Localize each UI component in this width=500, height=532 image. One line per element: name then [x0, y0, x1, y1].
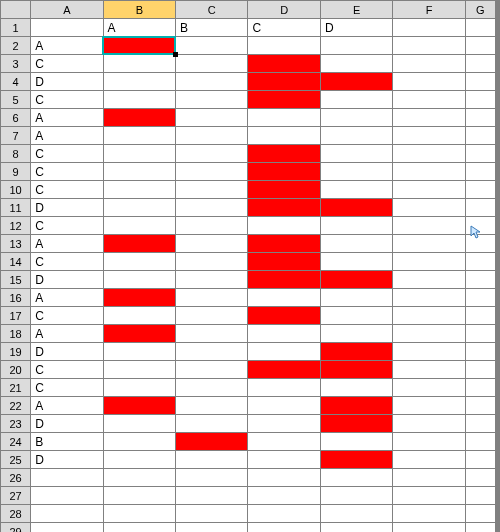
- cell-d8[interactable]: [248, 145, 320, 163]
- cell-d20[interactable]: [248, 361, 320, 379]
- cell-g21[interactable]: [465, 379, 495, 397]
- cell-g6[interactable]: [465, 109, 495, 127]
- cell-f12[interactable]: [393, 217, 465, 235]
- cell-b20[interactable]: [103, 361, 175, 379]
- row-header-16[interactable]: 16: [1, 289, 31, 307]
- cell-f9[interactable]: [393, 163, 465, 181]
- cell-e7[interactable]: [320, 127, 392, 145]
- cell-f14[interactable]: [393, 253, 465, 271]
- cell-g25[interactable]: [465, 451, 495, 469]
- cell-f19[interactable]: [393, 343, 465, 361]
- cell-a10[interactable]: C: [31, 181, 103, 199]
- cell-f11[interactable]: [393, 199, 465, 217]
- cell-g27[interactable]: [465, 487, 495, 505]
- cell-f22[interactable]: [393, 397, 465, 415]
- cell-f7[interactable]: [393, 127, 465, 145]
- cell-g11[interactable]: [465, 199, 495, 217]
- cell-f3[interactable]: [393, 55, 465, 73]
- cell-a11[interactable]: D: [31, 199, 103, 217]
- row-header-21[interactable]: 21: [1, 379, 31, 397]
- cell-e23[interactable]: [320, 415, 392, 433]
- cell-d11[interactable]: [248, 199, 320, 217]
- cell-b21[interactable]: [103, 379, 175, 397]
- cell-a16[interactable]: A: [31, 289, 103, 307]
- row-header-20[interactable]: 20: [1, 361, 31, 379]
- cell-c29[interactable]: [176, 523, 248, 533]
- cell-c28[interactable]: [176, 505, 248, 523]
- row-header-1[interactable]: 1: [1, 19, 31, 37]
- row-header-3[interactable]: 3: [1, 55, 31, 73]
- cell-g26[interactable]: [465, 469, 495, 487]
- cell-b29[interactable]: [103, 523, 175, 533]
- cell-c24[interactable]: [176, 433, 248, 451]
- row-header-25[interactable]: 25: [1, 451, 31, 469]
- cell-b5[interactable]: [103, 91, 175, 109]
- cell-d16[interactable]: [248, 289, 320, 307]
- cell-e8[interactable]: [320, 145, 392, 163]
- cell-b10[interactable]: [103, 181, 175, 199]
- col-header-g[interactable]: G: [465, 1, 495, 19]
- cell-a21[interactable]: C: [31, 379, 103, 397]
- cell-g17[interactable]: [465, 307, 495, 325]
- cell-g13[interactable]: [465, 235, 495, 253]
- cell-e10[interactable]: [320, 181, 392, 199]
- cell-a7[interactable]: A: [31, 127, 103, 145]
- cell-g4[interactable]: [465, 73, 495, 91]
- col-header-a[interactable]: A: [31, 1, 103, 19]
- spreadsheet-grid[interactable]: ABCDEFG 1ABCD2A3C4D5C6A7A8C9C10C11D12C13…: [0, 0, 496, 532]
- cell-b16[interactable]: [103, 289, 175, 307]
- cell-f21[interactable]: [393, 379, 465, 397]
- cell-c15[interactable]: [176, 271, 248, 289]
- cell-b11[interactable]: [103, 199, 175, 217]
- cell-g18[interactable]: [465, 325, 495, 343]
- cell-d18[interactable]: [248, 325, 320, 343]
- cell-g7[interactable]: [465, 127, 495, 145]
- cell-g24[interactable]: [465, 433, 495, 451]
- cell-e4[interactable]: [320, 73, 392, 91]
- cell-a22[interactable]: A: [31, 397, 103, 415]
- cell-c22[interactable]: [176, 397, 248, 415]
- cell-a24[interactable]: B: [31, 433, 103, 451]
- cell-e9[interactable]: [320, 163, 392, 181]
- col-header-c[interactable]: C: [176, 1, 248, 19]
- cell-a12[interactable]: C: [31, 217, 103, 235]
- cell-c2[interactable]: [176, 37, 248, 55]
- cell-f5[interactable]: [393, 91, 465, 109]
- cell-a6[interactable]: A: [31, 109, 103, 127]
- cell-a28[interactable]: [31, 505, 103, 523]
- cell-f20[interactable]: [393, 361, 465, 379]
- cell-d17[interactable]: [248, 307, 320, 325]
- cell-d29[interactable]: [248, 523, 320, 533]
- col-header-f[interactable]: F: [393, 1, 465, 19]
- cell-c19[interactable]: [176, 343, 248, 361]
- cell-d12[interactable]: [248, 217, 320, 235]
- cell-c11[interactable]: [176, 199, 248, 217]
- cell-g19[interactable]: [465, 343, 495, 361]
- cell-e19[interactable]: [320, 343, 392, 361]
- cell-b1[interactable]: A: [103, 19, 175, 37]
- cell-d2[interactable]: [248, 37, 320, 55]
- cell-c13[interactable]: [176, 235, 248, 253]
- cell-a23[interactable]: D: [31, 415, 103, 433]
- cell-a9[interactable]: C: [31, 163, 103, 181]
- cell-f2[interactable]: [393, 37, 465, 55]
- cell-c25[interactable]: [176, 451, 248, 469]
- cell-b28[interactable]: [103, 505, 175, 523]
- cell-e6[interactable]: [320, 109, 392, 127]
- cell-e18[interactable]: [320, 325, 392, 343]
- cell-e1[interactable]: D: [320, 19, 392, 37]
- row-header-28[interactable]: 28: [1, 505, 31, 523]
- row-header-13[interactable]: 13: [1, 235, 31, 253]
- cell-a8[interactable]: C: [31, 145, 103, 163]
- cell-d3[interactable]: [248, 55, 320, 73]
- cell-e20[interactable]: [320, 361, 392, 379]
- cell-g8[interactable]: [465, 145, 495, 163]
- cell-f27[interactable]: [393, 487, 465, 505]
- cell-e28[interactable]: [320, 505, 392, 523]
- cell-c17[interactable]: [176, 307, 248, 325]
- row-header-17[interactable]: 17: [1, 307, 31, 325]
- row-header-4[interactable]: 4: [1, 73, 31, 91]
- cell-a17[interactable]: C: [31, 307, 103, 325]
- cell-b13[interactable]: [103, 235, 175, 253]
- cell-b9[interactable]: [103, 163, 175, 181]
